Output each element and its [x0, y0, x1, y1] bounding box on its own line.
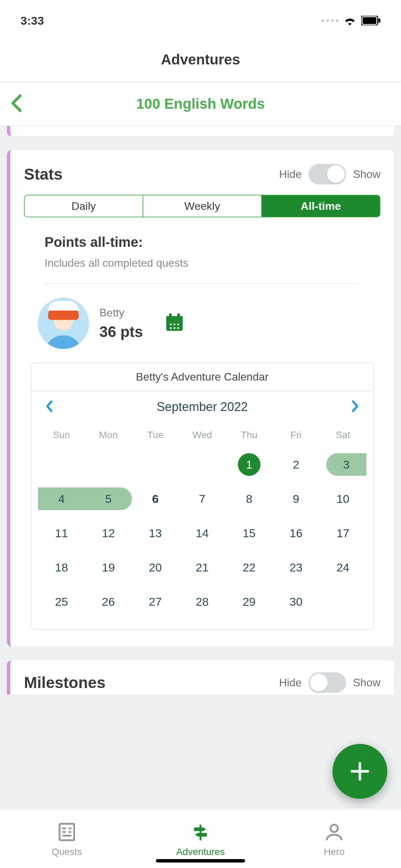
calendar-day[interactable]: 10 [319, 482, 366, 516]
home-indicator[interactable] [156, 859, 245, 863]
points-subtitle: Includes all completed quests [45, 257, 360, 269]
calendar-day[interactable]: 21 [179, 550, 226, 584]
stats-card: Stats Hide Show Daily Weekly All-time Po… [7, 150, 394, 647]
stats-visibility-toggle-group: Hide Show [279, 164, 380, 184]
calendar-dow: Wed [179, 423, 226, 447]
calendar-day[interactable]: 7 [179, 482, 226, 516]
battery-icon [361, 16, 380, 25]
calendar-day[interactable]: 2 [272, 447, 319, 482]
cellular-dots-icon [321, 19, 339, 22]
milestones-visibility-toggle[interactable] [308, 672, 346, 693]
calendar-day[interactable]: 4 [38, 482, 85, 516]
svg-point-7 [170, 324, 172, 325]
stats-visibility-toggle[interactable] [308, 164, 346, 184]
calendar-day [132, 447, 179, 482]
calendar-day[interactable]: 3 [319, 447, 366, 482]
tab-quests[interactable]: Quests [0, 810, 134, 868]
calendar-day[interactable]: 24 [319, 550, 366, 584]
add-fab[interactable] [332, 744, 387, 799]
calendar-day[interactable]: 11 [38, 516, 85, 550]
calendar-day[interactable]: 22 [226, 550, 272, 584]
user-points: 36 pts [99, 323, 143, 340]
tab-quests-label: Quests [52, 846, 82, 857]
tab-adventures-label: Adventures [176, 846, 225, 857]
segment-alltime[interactable]: All-time [262, 195, 380, 217]
previous-card-stub [7, 126, 394, 136]
calendar-day[interactable]: 28 [179, 584, 226, 619]
calendar-day[interactable]: 19 [85, 550, 132, 584]
wifi-icon [343, 16, 356, 25]
stats-period-segment: Daily Weekly All-time [24, 195, 380, 217]
calendar: Betty's Adventure Calendar September 202… [31, 363, 374, 629]
calendar-dow: Sat [319, 423, 366, 447]
avatar[interactable] [38, 298, 89, 349]
calendar-day[interactable]: 12 [85, 516, 132, 550]
svg-point-10 [170, 327, 172, 329]
calendar-day[interactable]: 13 [132, 516, 179, 550]
calendar-dow: Mon [85, 423, 132, 447]
points-title: Points all-time: [45, 234, 360, 250]
calendar-day[interactable]: 9 [272, 482, 319, 516]
segment-weekly[interactable]: Weekly [143, 195, 262, 217]
calendar-day[interactable]: 27 [132, 584, 179, 619]
tab-hero[interactable]: Hero [267, 810, 401, 868]
calendar-dow: Fri [272, 423, 319, 447]
calendar-day [319, 584, 366, 619]
calendar-day[interactable]: 8 [226, 482, 272, 516]
segment-daily[interactable]: Daily [25, 195, 143, 217]
calendar-prev[interactable] [45, 399, 54, 414]
svg-rect-4 [166, 316, 183, 321]
milestones-title: Milestones [24, 673, 106, 692]
back-button[interactable] [10, 94, 23, 114]
svg-point-11 [174, 327, 175, 329]
calendar-day[interactable]: 26 [85, 584, 132, 619]
calendar-day[interactable]: 16 [272, 516, 319, 550]
calendar-day[interactable]: 29 [226, 584, 272, 619]
calendar-day [38, 447, 85, 482]
calendar-grid: SunMonTueWedThuFriSat1234567891011121314… [31, 423, 373, 629]
status-right [321, 16, 380, 25]
hide-label: Hide [279, 168, 302, 181]
page-title: Adventures [0, 41, 401, 82]
calendar-day[interactable]: 6 [132, 482, 179, 516]
calendar-month: September 2022 [157, 400, 248, 414]
milestones-visibility-toggle-group: Hide Show [279, 672, 380, 693]
svg-rect-2 [378, 19, 380, 23]
svg-rect-5 [169, 313, 172, 318]
calendar-day[interactable]: 20 [132, 550, 179, 584]
subheader: 100 English Words [0, 82, 401, 126]
calendar-day[interactable]: 18 [38, 550, 85, 584]
adventures-icon [190, 821, 211, 843]
calendar-day [179, 447, 226, 482]
status-bar: 3:33 [0, 0, 401, 41]
calendar-title: Betty's Adventure Calendar [31, 363, 373, 391]
svg-rect-6 [177, 313, 180, 318]
status-time: 3:33 [21, 14, 44, 27]
svg-point-8 [174, 324, 175, 325]
svg-point-20 [330, 824, 338, 832]
user-row: Betty 36 pts [24, 298, 380, 363]
svg-rect-13 [60, 824, 74, 840]
calendar-day[interactable]: 5 [85, 482, 132, 516]
calendar-day [85, 447, 132, 482]
show-label: Show [353, 676, 380, 689]
scroll-area[interactable]: Stats Hide Show Daily Weekly All-time Po… [0, 126, 401, 809]
calendar-dow: Tue [132, 423, 179, 447]
svg-rect-19 [199, 824, 201, 840]
divider [45, 283, 360, 284]
calendar-day[interactable]: 15 [226, 516, 272, 550]
calendar-day[interactable]: 1 [226, 447, 272, 482]
svg-point-12 [177, 327, 179, 329]
calendar-icon[interactable] [163, 312, 185, 335]
tab-hero-label: Hero [324, 846, 345, 857]
calendar-day[interactable]: 30 [272, 584, 319, 619]
calendar-day[interactable]: 17 [319, 516, 366, 550]
milestones-card: Milestones Hide Show [7, 660, 394, 695]
calendar-day[interactable]: 23 [272, 550, 319, 584]
calendar-dow: Thu [226, 423, 272, 447]
calendar-next[interactable] [351, 399, 360, 414]
svg-rect-1 [363, 17, 376, 24]
calendar-day[interactable]: 25 [38, 584, 85, 619]
calendar-dow: Sun [38, 423, 85, 447]
calendar-day[interactable]: 14 [179, 516, 226, 550]
